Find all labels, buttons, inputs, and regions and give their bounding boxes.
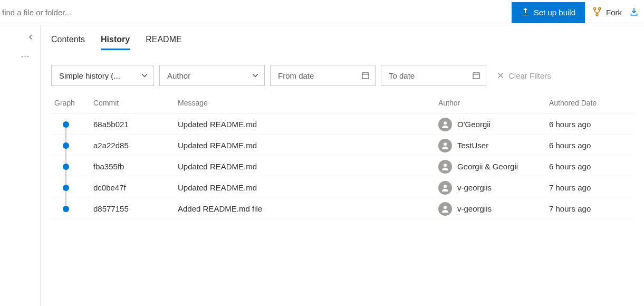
tab-history[interactable]: History xyxy=(101,35,130,50)
svg-point-5 xyxy=(444,121,447,125)
svg-point-7 xyxy=(444,164,447,167)
commit-hash[interactable]: fba355fb xyxy=(93,162,178,171)
sidebar: ... xyxy=(0,25,41,306)
svg-rect-3 xyxy=(362,73,369,79)
commit-hash[interactable]: dc0be47f xyxy=(93,183,178,192)
commit-hash[interactable]: d8577155 xyxy=(93,204,178,213)
svg-point-1 xyxy=(598,7,600,9)
clear-filters-button[interactable]: Clear Filters xyxy=(492,71,551,80)
header-graph: Graph xyxy=(54,99,93,107)
commit-author-name[interactable]: v-georgiis xyxy=(457,183,492,192)
sidebar-collapse-toggle[interactable] xyxy=(25,32,36,42)
commit-message[interactable]: Updated README.md xyxy=(178,183,438,192)
avatar xyxy=(438,160,452,174)
ellipsis-icon: ... xyxy=(21,50,30,59)
header-date: Authored Date xyxy=(549,99,633,107)
svg-point-6 xyxy=(444,142,447,146)
clone-button[interactable] xyxy=(629,2,644,23)
header-commit: Commit xyxy=(93,99,178,107)
table-row[interactable]: d8577155Added README.md filev-georgiis7 … xyxy=(51,198,633,219)
close-icon xyxy=(497,72,504,79)
clear-filters-label: Clear Filters xyxy=(508,71,551,80)
commit-author-cell: TestUser xyxy=(438,139,549,152)
svg-rect-4 xyxy=(473,73,479,79)
top-bar: find a file or folder... Set up build Fo… xyxy=(0,0,644,25)
commit-author-cell: v-georgiis xyxy=(438,181,549,195)
graph-node-icon xyxy=(63,121,69,128)
history-mode-dropdown[interactable]: Simple history (... xyxy=(51,65,154,86)
commit-date: 6 hours ago xyxy=(549,162,633,171)
commit-date: 6 hours ago xyxy=(549,120,633,129)
graph-cell xyxy=(54,114,93,135)
graph-cell xyxy=(54,177,93,198)
content-area: Contents History README Simple history (… xyxy=(41,25,644,306)
table-row[interactable]: fba355fbUpdated README.mdGeorgii & Georg… xyxy=(51,156,633,177)
commit-message[interactable]: Updated README.md xyxy=(178,162,438,171)
commit-date: 7 hours ago xyxy=(549,183,633,192)
graph-cell xyxy=(54,198,93,219)
tab-contents[interactable]: Contents xyxy=(51,35,85,50)
avatar xyxy=(438,181,452,195)
content-tabs: Contents History README xyxy=(51,35,633,50)
table-row[interactable]: a2a22d85Updated README.mdTestUser6 hours… xyxy=(51,135,633,156)
search-placeholder-text: find a file or folder... xyxy=(2,8,71,17)
setup-build-button[interactable]: Set up build xyxy=(512,2,585,23)
from-date-label: From date xyxy=(278,71,314,80)
from-date-input[interactable]: From date xyxy=(270,65,376,86)
header-message: Message xyxy=(178,99,438,107)
to-date-input[interactable]: To date xyxy=(381,65,486,86)
commit-author-name[interactable]: v-georgiis xyxy=(457,204,492,213)
header-author: Author xyxy=(438,99,549,107)
graph-cell xyxy=(54,156,93,177)
build-icon xyxy=(521,7,530,17)
tab-readme[interactable]: README xyxy=(146,35,181,50)
top-actions: Set up build Fork xyxy=(512,0,644,25)
to-date-label: To date xyxy=(389,71,415,80)
svg-point-0 xyxy=(593,7,595,9)
commit-author-cell: O'Georgii xyxy=(438,118,549,131)
author-filter-label: Author xyxy=(167,71,190,80)
fork-button[interactable]: Fork xyxy=(585,2,629,23)
calendar-icon xyxy=(361,71,370,80)
graph-node-icon xyxy=(63,164,69,170)
svg-point-2 xyxy=(596,14,598,16)
commit-message[interactable]: Updated README.md xyxy=(178,120,438,129)
commit-message[interactable]: Updated README.md xyxy=(178,141,438,150)
setup-build-label: Set up build xyxy=(534,8,575,17)
chevron-down-icon xyxy=(141,72,148,79)
table-row[interactable]: 68a5b021Updated README.mdO'Georgii6 hour… xyxy=(51,114,633,135)
commit-author-name[interactable]: O'Georgii xyxy=(457,120,491,129)
sidebar-more-button[interactable]: ... xyxy=(15,46,36,62)
commit-author-name[interactable]: Georgii & Georgii xyxy=(457,162,518,171)
fork-icon xyxy=(592,7,602,18)
graph-node-icon xyxy=(63,142,69,149)
main-layout: ... Contents History README Simple histo… xyxy=(0,25,644,306)
table-row[interactable]: dc0be47fUpdated README.mdv-georgiis7 hou… xyxy=(51,177,633,198)
calendar-icon xyxy=(472,71,480,80)
commits-table-body: 68a5b021Updated README.mdO'Georgii6 hour… xyxy=(51,114,633,219)
fork-label: Fork xyxy=(606,8,622,17)
commit-date: 7 hours ago xyxy=(549,204,633,213)
commit-message[interactable]: Added README.md file xyxy=(178,204,438,213)
avatar xyxy=(438,118,452,131)
commit-date: 6 hours ago xyxy=(549,141,633,150)
commit-author-cell: v-georgiis xyxy=(438,202,549,216)
graph-node-icon xyxy=(63,185,69,191)
history-mode-label: Simple history (... xyxy=(59,71,120,80)
svg-point-9 xyxy=(444,206,447,209)
download-icon xyxy=(629,7,639,18)
commit-author-name[interactable]: TestUser xyxy=(457,141,488,150)
commit-author-cell: Georgii & Georgii xyxy=(438,160,549,174)
avatar xyxy=(438,202,452,216)
commit-hash[interactable]: a2a22d85 xyxy=(93,141,178,150)
search-area[interactable]: find a file or folder... xyxy=(0,8,512,17)
chevron-down-icon xyxy=(252,72,259,79)
commits-table-header: Graph Commit Message Author Authored Dat… xyxy=(51,99,633,114)
author-filter-dropdown[interactable]: Author xyxy=(159,65,265,86)
avatar xyxy=(438,139,452,152)
graph-cell xyxy=(54,135,93,156)
filter-row: Simple history (... Author From date To … xyxy=(51,65,633,86)
svg-point-8 xyxy=(444,185,447,188)
commit-hash[interactable]: 68a5b021 xyxy=(93,120,178,129)
graph-node-icon xyxy=(63,206,69,212)
